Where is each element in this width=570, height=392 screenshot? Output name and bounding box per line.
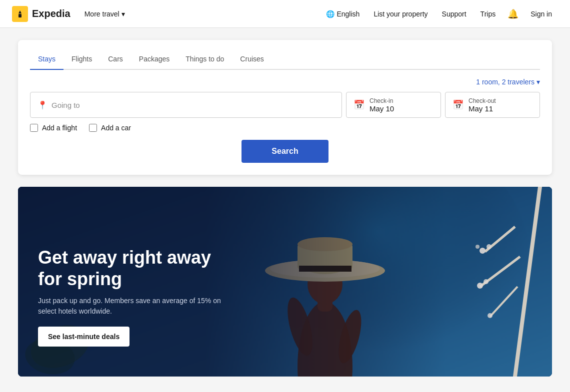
sign-in-label: Sign in bbox=[530, 10, 552, 18]
hero-section: Get away right away for spring Just pack… bbox=[18, 187, 552, 377]
language-selector[interactable]: 🌐 English bbox=[320, 6, 366, 22]
checkin-value: May 10 bbox=[370, 104, 394, 113]
logo-icon bbox=[12, 6, 28, 22]
add-flight-checkbox[interactable] bbox=[30, 124, 38, 132]
support-label: Support bbox=[442, 10, 466, 18]
more-travel-menu[interactable]: More travel ▾ bbox=[78, 6, 131, 22]
search-button[interactable]: Search bbox=[242, 140, 328, 163]
checkout-date-group: Check-out May 11 bbox=[468, 97, 496, 113]
hero-content: Get away right away for spring Just pack… bbox=[38, 247, 228, 347]
travelers-row: 1 room, 2 travelers ▾ bbox=[30, 78, 540, 86]
calendar-icon: 📅 bbox=[452, 99, 464, 110]
travelers-label: 1 room, 2 travelers bbox=[476, 78, 534, 86]
checkout-value: May 11 bbox=[468, 104, 496, 113]
navbar: Expedia More travel ▾ 🌐 English List you… bbox=[0, 0, 570, 28]
brand-logo[interactable]: Expedia bbox=[12, 6, 70, 22]
add-car-label: Add a car bbox=[101, 124, 131, 132]
add-flight-checkbox-label[interactable]: Add a flight bbox=[30, 124, 77, 132]
checkin-date-group: Check-in May 10 bbox=[370, 97, 394, 113]
chevron-down-icon: ▾ bbox=[122, 10, 125, 18]
support-link[interactable]: Support bbox=[436, 6, 472, 22]
add-car-checkbox-label[interactable]: Add a car bbox=[89, 124, 131, 132]
search-inputs: 📍 📅 Check-in May 10 📅 Check-out May 11 bbox=[30, 92, 540, 118]
travelers-selector[interactable]: 1 room, 2 travelers ▾ bbox=[476, 78, 540, 86]
tab-flights[interactable]: Flights bbox=[64, 50, 100, 70]
svg-rect-1 bbox=[18, 14, 22, 17]
list-property-label: List your property bbox=[374, 10, 428, 18]
checkout-date-input[interactable]: 📅 Check-out May 11 bbox=[445, 92, 540, 118]
globe-icon: 🌐 bbox=[326, 10, 334, 18]
search-button-row: Search bbox=[30, 140, 540, 163]
search-card: Stays Flights Cars Packages Things to do… bbox=[18, 40, 552, 175]
hero-subtitle: Just pack up and go. Members save an ave… bbox=[38, 296, 228, 317]
language-label: English bbox=[336, 10, 360, 18]
add-car-checkbox[interactable] bbox=[89, 124, 97, 132]
list-property-link[interactable]: List your property bbox=[368, 6, 434, 22]
tab-cruises[interactable]: Cruises bbox=[232, 50, 272, 70]
destination-input[interactable] bbox=[52, 101, 334, 109]
tab-stays[interactable]: Stays bbox=[30, 50, 64, 70]
tab-cars[interactable]: Cars bbox=[100, 50, 131, 70]
search-tabs: Stays Flights Cars Packages Things to do… bbox=[30, 50, 540, 70]
navbar-right: 🌐 English List your property Support Tri… bbox=[320, 4, 558, 23]
hero-cta-button[interactable]: See last-minute deals bbox=[38, 327, 130, 347]
notifications-icon[interactable]: 🔔 bbox=[504, 4, 522, 23]
hero-title: Get away right away for spring bbox=[38, 247, 228, 290]
tab-packages[interactable]: Packages bbox=[131, 50, 178, 70]
sign-in-link[interactable]: Sign in bbox=[524, 6, 558, 22]
location-pin-icon: 📍 bbox=[38, 100, 48, 110]
destination-input-wrapper[interactable]: 📍 bbox=[30, 92, 342, 118]
checkin-label: Check-in bbox=[370, 97, 394, 104]
brand-name: Expedia bbox=[32, 8, 70, 19]
checkout-label: Check-out bbox=[468, 97, 496, 104]
tab-things-to-do[interactable]: Things to do bbox=[178, 50, 232, 70]
main-content: Stays Flights Cars Packages Things to do… bbox=[10, 28, 560, 377]
more-travel-label: More travel bbox=[84, 10, 120, 18]
hero-cta-label: See last-minute deals bbox=[48, 333, 120, 341]
checkin-date-input[interactable]: 📅 Check-in May 10 bbox=[346, 92, 441, 118]
trips-label: Trips bbox=[480, 10, 496, 18]
calendar-icon: 📅 bbox=[354, 99, 364, 110]
chevron-down-icon: ▾ bbox=[536, 78, 540, 86]
add-ons-row: Add a flight Add a car bbox=[30, 124, 540, 132]
add-flight-label: Add a flight bbox=[42, 124, 77, 132]
trips-link[interactable]: Trips bbox=[474, 6, 502, 22]
search-button-label: Search bbox=[272, 147, 298, 155]
